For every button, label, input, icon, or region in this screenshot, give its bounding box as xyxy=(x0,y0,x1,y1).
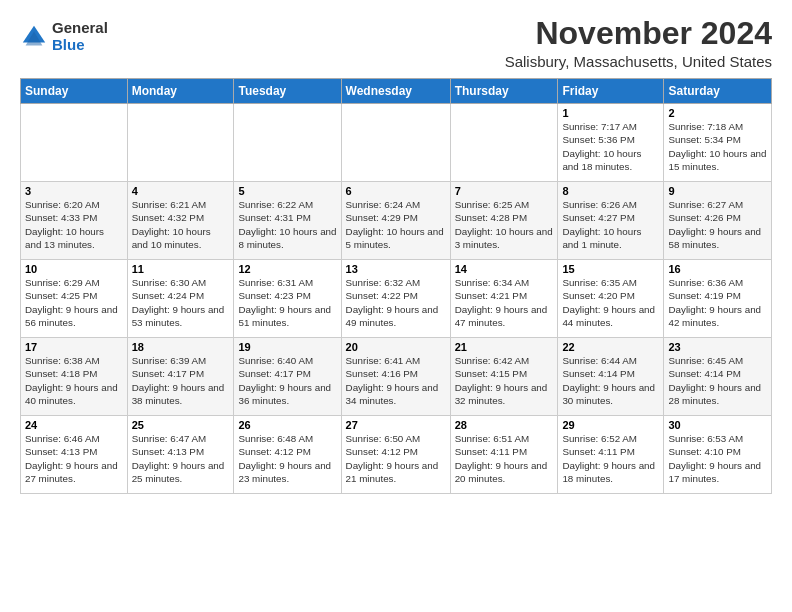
day-number: 24 xyxy=(25,419,123,431)
calendar-cell: 25Sunrise: 6:47 AM Sunset: 4:13 PM Dayli… xyxy=(127,416,234,494)
calendar-cell: 8Sunrise: 6:26 AM Sunset: 4:27 PM Daylig… xyxy=(558,182,664,260)
day-number: 23 xyxy=(668,341,767,353)
day-info: Sunrise: 6:35 AM Sunset: 4:20 PM Dayligh… xyxy=(562,276,659,329)
header-thursday: Thursday xyxy=(450,79,558,104)
day-number: 20 xyxy=(346,341,446,353)
calendar-cell: 13Sunrise: 6:32 AM Sunset: 4:22 PM Dayli… xyxy=(341,260,450,338)
day-number: 5 xyxy=(238,185,336,197)
day-info: Sunrise: 6:51 AM Sunset: 4:11 PM Dayligh… xyxy=(455,432,554,485)
day-number: 10 xyxy=(25,263,123,275)
calendar-cell: 17Sunrise: 6:38 AM Sunset: 4:18 PM Dayli… xyxy=(21,338,128,416)
title-area: November 2024 Salisbury, Massachusetts, … xyxy=(505,16,772,70)
day-number: 9 xyxy=(668,185,767,197)
calendar-week-0: 1Sunrise: 7:17 AM Sunset: 5:36 PM Daylig… xyxy=(21,104,772,182)
calendar-cell: 18Sunrise: 6:39 AM Sunset: 4:17 PM Dayli… xyxy=(127,338,234,416)
header-tuesday: Tuesday xyxy=(234,79,341,104)
day-number: 11 xyxy=(132,263,230,275)
calendar-cell: 2Sunrise: 7:18 AM Sunset: 5:34 PM Daylig… xyxy=(664,104,772,182)
header: General Blue November 2024 Salisbury, Ma… xyxy=(20,16,772,70)
calendar-cell xyxy=(450,104,558,182)
day-info: Sunrise: 6:36 AM Sunset: 4:19 PM Dayligh… xyxy=(668,276,767,329)
calendar-cell: 29Sunrise: 6:52 AM Sunset: 4:11 PM Dayli… xyxy=(558,416,664,494)
day-info: Sunrise: 6:22 AM Sunset: 4:31 PM Dayligh… xyxy=(238,198,336,251)
day-info: Sunrise: 6:50 AM Sunset: 4:12 PM Dayligh… xyxy=(346,432,446,485)
calendar-cell xyxy=(21,104,128,182)
calendar-week-3: 17Sunrise: 6:38 AM Sunset: 4:18 PM Dayli… xyxy=(21,338,772,416)
day-number: 7 xyxy=(455,185,554,197)
day-number: 6 xyxy=(346,185,446,197)
day-info: Sunrise: 6:24 AM Sunset: 4:29 PM Dayligh… xyxy=(346,198,446,251)
day-number: 25 xyxy=(132,419,230,431)
day-number: 14 xyxy=(455,263,554,275)
calendar-cell: 20Sunrise: 6:41 AM Sunset: 4:16 PM Dayli… xyxy=(341,338,450,416)
calendar-cell xyxy=(234,104,341,182)
day-info: Sunrise: 6:40 AM Sunset: 4:17 PM Dayligh… xyxy=(238,354,336,407)
day-info: Sunrise: 6:44 AM Sunset: 4:14 PM Dayligh… xyxy=(562,354,659,407)
day-number: 29 xyxy=(562,419,659,431)
day-number: 28 xyxy=(455,419,554,431)
day-info: Sunrise: 6:34 AM Sunset: 4:21 PM Dayligh… xyxy=(455,276,554,329)
day-info: Sunrise: 6:30 AM Sunset: 4:24 PM Dayligh… xyxy=(132,276,230,329)
calendar-cell: 14Sunrise: 6:34 AM Sunset: 4:21 PM Dayli… xyxy=(450,260,558,338)
day-number: 22 xyxy=(562,341,659,353)
location-title: Salisbury, Massachusetts, United States xyxy=(505,53,772,70)
day-number: 13 xyxy=(346,263,446,275)
calendar-cell: 10Sunrise: 6:29 AM Sunset: 4:25 PM Dayli… xyxy=(21,260,128,338)
calendar-cell: 6Sunrise: 6:24 AM Sunset: 4:29 PM Daylig… xyxy=(341,182,450,260)
day-number: 16 xyxy=(668,263,767,275)
logo-icon xyxy=(20,23,48,51)
day-number: 27 xyxy=(346,419,446,431)
day-info: Sunrise: 6:25 AM Sunset: 4:28 PM Dayligh… xyxy=(455,198,554,251)
calendar-cell: 12Sunrise: 6:31 AM Sunset: 4:23 PM Dayli… xyxy=(234,260,341,338)
day-info: Sunrise: 6:32 AM Sunset: 4:22 PM Dayligh… xyxy=(346,276,446,329)
logo-blue: Blue xyxy=(52,37,108,54)
calendar-cell: 7Sunrise: 6:25 AM Sunset: 4:28 PM Daylig… xyxy=(450,182,558,260)
page: General Blue November 2024 Salisbury, Ma… xyxy=(0,0,792,504)
logo-text: General Blue xyxy=(52,20,108,53)
day-info: Sunrise: 6:26 AM Sunset: 4:27 PM Dayligh… xyxy=(562,198,659,251)
day-number: 1 xyxy=(562,107,659,119)
day-number: 4 xyxy=(132,185,230,197)
day-info: Sunrise: 6:39 AM Sunset: 4:17 PM Dayligh… xyxy=(132,354,230,407)
calendar-cell: 4Sunrise: 6:21 AM Sunset: 4:32 PM Daylig… xyxy=(127,182,234,260)
day-info: Sunrise: 6:21 AM Sunset: 4:32 PM Dayligh… xyxy=(132,198,230,251)
calendar-header-row: Sunday Monday Tuesday Wednesday Thursday… xyxy=(21,79,772,104)
logo: General Blue xyxy=(20,20,108,53)
calendar-week-4: 24Sunrise: 6:46 AM Sunset: 4:13 PM Dayli… xyxy=(21,416,772,494)
day-info: Sunrise: 6:20 AM Sunset: 4:33 PM Dayligh… xyxy=(25,198,123,251)
day-info: Sunrise: 6:41 AM Sunset: 4:16 PM Dayligh… xyxy=(346,354,446,407)
day-number: 12 xyxy=(238,263,336,275)
calendar-cell: 9Sunrise: 6:27 AM Sunset: 4:26 PM Daylig… xyxy=(664,182,772,260)
header-monday: Monday xyxy=(127,79,234,104)
calendar-cell: 1Sunrise: 7:17 AM Sunset: 5:36 PM Daylig… xyxy=(558,104,664,182)
day-number: 3 xyxy=(25,185,123,197)
calendar-cell: 19Sunrise: 6:40 AM Sunset: 4:17 PM Dayli… xyxy=(234,338,341,416)
calendar-cell: 30Sunrise: 6:53 AM Sunset: 4:10 PM Dayli… xyxy=(664,416,772,494)
calendar-week-1: 3Sunrise: 6:20 AM Sunset: 4:33 PM Daylig… xyxy=(21,182,772,260)
calendar-cell: 11Sunrise: 6:30 AM Sunset: 4:24 PM Dayli… xyxy=(127,260,234,338)
header-saturday: Saturday xyxy=(664,79,772,104)
day-number: 21 xyxy=(455,341,554,353)
day-info: Sunrise: 6:29 AM Sunset: 4:25 PM Dayligh… xyxy=(25,276,123,329)
day-number: 17 xyxy=(25,341,123,353)
day-info: Sunrise: 6:45 AM Sunset: 4:14 PM Dayligh… xyxy=(668,354,767,407)
day-info: Sunrise: 6:38 AM Sunset: 4:18 PM Dayligh… xyxy=(25,354,123,407)
calendar-cell: 15Sunrise: 6:35 AM Sunset: 4:20 PM Dayli… xyxy=(558,260,664,338)
day-info: Sunrise: 6:53 AM Sunset: 4:10 PM Dayligh… xyxy=(668,432,767,485)
day-info: Sunrise: 6:48 AM Sunset: 4:12 PM Dayligh… xyxy=(238,432,336,485)
day-number: 8 xyxy=(562,185,659,197)
day-info: Sunrise: 7:17 AM Sunset: 5:36 PM Dayligh… xyxy=(562,120,659,173)
calendar-cell: 26Sunrise: 6:48 AM Sunset: 4:12 PM Dayli… xyxy=(234,416,341,494)
day-number: 18 xyxy=(132,341,230,353)
day-number: 26 xyxy=(238,419,336,431)
header-friday: Friday xyxy=(558,79,664,104)
calendar-cell: 16Sunrise: 6:36 AM Sunset: 4:19 PM Dayli… xyxy=(664,260,772,338)
day-info: Sunrise: 6:42 AM Sunset: 4:15 PM Dayligh… xyxy=(455,354,554,407)
day-number: 2 xyxy=(668,107,767,119)
day-info: Sunrise: 6:27 AM Sunset: 4:26 PM Dayligh… xyxy=(668,198,767,251)
calendar-cell: 23Sunrise: 6:45 AM Sunset: 4:14 PM Dayli… xyxy=(664,338,772,416)
day-info: Sunrise: 6:47 AM Sunset: 4:13 PM Dayligh… xyxy=(132,432,230,485)
day-number: 19 xyxy=(238,341,336,353)
day-info: Sunrise: 6:31 AM Sunset: 4:23 PM Dayligh… xyxy=(238,276,336,329)
day-number: 30 xyxy=(668,419,767,431)
